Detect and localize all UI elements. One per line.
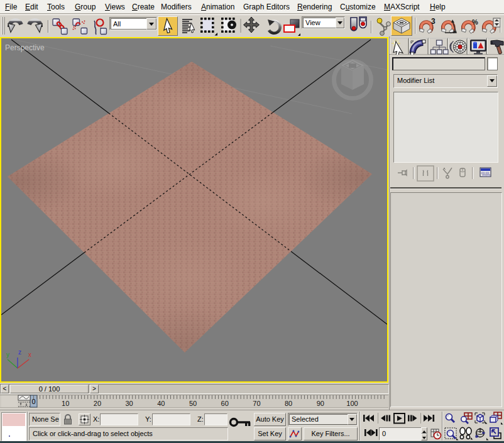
svg-text:20: 20 bbox=[94, 400, 101, 407]
svg-text:30: 30 bbox=[125, 400, 133, 407]
svg-text:y: y bbox=[6, 351, 9, 358]
svg-text:10: 10 bbox=[62, 400, 69, 407]
svg-text:70: 70 bbox=[253, 400, 260, 407]
svg-text:90: 90 bbox=[317, 400, 324, 407]
svg-text:Perspective: Perspective bbox=[5, 43, 45, 52]
svg-text:3: 3 bbox=[431, 17, 436, 26]
svg-text:%: % bbox=[472, 18, 478, 26]
svg-text:50: 50 bbox=[189, 400, 197, 407]
svg-text:x: x bbox=[28, 351, 31, 358]
svg-text:z: z bbox=[18, 349, 21, 356]
svg-text:40: 40 bbox=[157, 400, 165, 407]
svg-text:100: 100 bbox=[346, 400, 358, 407]
svg-text:80: 80 bbox=[285, 400, 292, 407]
svg-text:60: 60 bbox=[221, 400, 229, 407]
